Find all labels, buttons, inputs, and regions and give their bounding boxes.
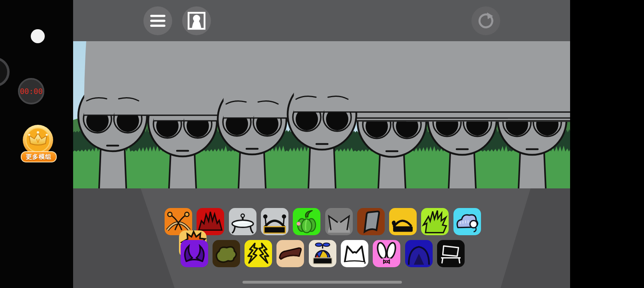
table-icon [229,208,256,235]
sound-icon-pepper[interactable] [293,208,320,235]
sound-icon-bunny-ears[interactable] [373,240,400,267]
more-mods-button[interactable]: V 更多模组 [20,123,58,163]
sound-selection-panel [73,188,570,288]
brim-hat-icon [276,240,304,267]
lightning-icon [244,240,272,267]
bench-icon [437,240,465,267]
sound-icon-tilted-hat[interactable] [357,208,385,235]
cat-hood-icon [341,240,368,267]
cloud-icon [453,208,481,235]
top-bar [73,0,570,41]
bunny-ears-icon [373,240,400,267]
sound-icon-cat-ears[interactable] [325,208,353,235]
sound-icon-brim-hat[interactable] [276,240,304,267]
sound-icon-bench[interactable] [437,240,465,267]
sound-icon-dome-bar[interactable] [389,208,417,235]
antenna-board-icon [261,208,288,235]
sound-icon-green-spikes[interactable] [421,208,449,235]
left-sidebar: 00:00 V 更多模组 [0,0,73,288]
pepper-icon [293,208,320,235]
tilted-hat-icon [357,208,385,235]
sound-icon-cloud[interactable] [453,208,481,235]
sound-icon-lightning[interactable] [244,240,272,267]
sound-icon-devil-horns[interactable] [181,240,208,267]
palette-scrollbar[interactable] [242,281,402,284]
character-select-button[interactable] [182,6,211,35]
light-trapezoid [73,188,570,288]
hamburger-icon [146,9,170,33]
refresh-icon [474,9,498,33]
scene-canvas [73,41,570,188]
stage [73,0,570,288]
record-indicator-dot [31,29,45,43]
moss-icon [213,240,240,267]
menu-button[interactable] [143,6,172,35]
timer-display: 00:00 [18,78,44,104]
sound-icon-antenna-board[interactable] [261,208,288,235]
sound-icon-moss[interactable] [213,240,240,267]
cat-ears-icon [325,208,353,235]
sound-icon-cat-hood[interactable] [341,240,368,267]
propeller-cap-icon [309,240,336,267]
sound-icon-hood[interactable] [405,240,433,267]
portrait-icon [185,9,209,33]
green-spikes-icon [421,208,449,235]
sound-icon-table[interactable] [229,208,256,235]
dome-bar-icon [389,208,417,235]
svg-text:V: V [36,138,40,144]
sound-icon-propeller-cap[interactable] [309,240,336,267]
hood-icon [405,240,433,267]
reset-button[interactable] [471,6,500,35]
timer-value: 00:00 [20,87,42,96]
edge-handle[interactable] [0,57,10,87]
more-mods-badge[interactable]: 更多模组 [21,151,57,162]
devil-horns-icon [181,240,208,267]
game-screen: 00:00 V 更多模组 [0,0,644,288]
